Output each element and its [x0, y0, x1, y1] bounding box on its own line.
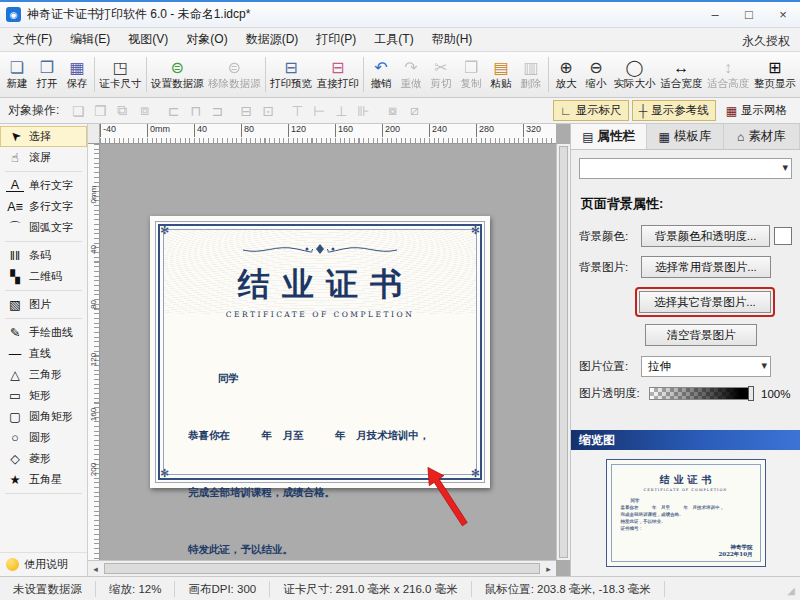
show-grid-button[interactable]: ▦ 显示网格 [719, 100, 794, 121]
scroll-left-icon[interactable]: ◂ [88, 564, 103, 574]
align-bottom-icon[interactable]: ⊥ [330, 103, 352, 119]
toolbar-button-icon: ↕ [724, 59, 732, 76]
redo-button[interactable]: ↷ 重做 [396, 52, 426, 97]
certificate-page[interactable]: ✻ ✻ ✻ ✻ 结业证书 CERTIFICATE OF COMPLE [150, 216, 490, 488]
menu-item[interactable]: 对象(O) [177, 28, 236, 51]
tool-image[interactable]: ▧ 图片 [0, 294, 87, 315]
paste-button[interactable]: ▤ 粘贴 [486, 52, 516, 97]
object-operation-icons: ❏❐⧉⧈⊏⊓⊐⊟⊡⊤⊢⊥⊪⧇⧄ [67, 98, 425, 123]
object-selector-combobox[interactable]: ▾ [579, 158, 792, 179]
tool-barcode[interactable]: ‖‖ 条码 [0, 245, 87, 266]
direct-print-button[interactable]: ⊟ 直接打印 [314, 52, 361, 97]
ungroup-icon[interactable]: ⧄ [403, 102, 425, 119]
bg-color-button[interactable]: 背景颜色和透明度... [641, 225, 770, 247]
maximize-button[interactable]: □ [732, 2, 766, 27]
minimize-button[interactable]: – [698, 2, 732, 27]
tool-multi-line-text[interactable]: A≡ 多行文字 [0, 196, 87, 217]
group-icon[interactable]: ⧇ [381, 102, 403, 119]
set-datasource-button[interactable]: ⊜ 设置数据源 [149, 52, 206, 97]
fit-height-button[interactable]: ↕ 适合高度 [705, 52, 752, 97]
bulb-icon [6, 558, 19, 571]
bg-color-swatch[interactable] [774, 227, 792, 245]
menu-item[interactable]: 数据源(D) [237, 28, 308, 51]
tool-select[interactable]: ➤ 选择 [0, 126, 87, 147]
zoom-out-button[interactable]: ⊖ 缩小 [581, 52, 611, 97]
tool-single-line-text[interactable]: A 单行文字 [0, 175, 87, 196]
fit-width-button[interactable]: ↔ 适合宽度 [658, 52, 705, 97]
scroll-right-icon[interactable]: ▸ [541, 564, 556, 574]
design-canvas[interactable]: ✻ ✻ ✻ ✻ 结业证书 CERTIFICATE OF COMPLE [100, 144, 556, 560]
common-bg-image-button[interactable]: 选择常用背景图片... [641, 256, 771, 278]
tool-freehand-curve[interactable]: ✎ 手绘曲线 [0, 322, 87, 343]
vertical-ruler: 0mm4080120160200 [88, 144, 100, 560]
certificate-thumbnail[interactable]: 结业证书 CERTIFICATE OF COMPLETION 同学 恭喜你在 年… [606, 459, 766, 567]
menu-item[interactable]: 工具(T) [365, 28, 422, 51]
tool-triangle[interactable]: △ 三角形 [0, 364, 87, 385]
image-position-select[interactable]: 拉伸 ▾ [641, 356, 771, 377]
tab-materials[interactable]: ⌂ 素材库 [724, 124, 800, 149]
undo-button[interactable]: ↶ 撤销 [366, 52, 396, 97]
zoom-in-button[interactable]: ⊕ 放大 [551, 52, 581, 97]
horizontal-scrollbar[interactable]: ◂ ▸ [88, 560, 556, 576]
bring-to-front-icon[interactable]: ❏ [67, 103, 89, 119]
delete-button[interactable]: ▥ 删除 [516, 52, 546, 97]
move-layer-down-icon[interactable]: ⧈ [133, 102, 155, 119]
ruler-label: -40 [100, 124, 147, 137]
align-middle-icon[interactable]: ⊢ [308, 103, 330, 119]
toolbar-button-label: 移除数据源 [208, 77, 261, 91]
save-button[interactable]: ▦ 保存 [62, 52, 92, 97]
toolbar-button-label: 放大 [556, 77, 577, 91]
menu-item[interactable]: 帮助(H) [423, 28, 482, 51]
tool-qrcode[interactable]: ▚ 二维码 [0, 266, 87, 287]
tool-icon: ‖‖ [6, 249, 24, 263]
align-right-icon[interactable]: ⊐ [206, 103, 228, 119]
tool-star[interactable]: ★ 五角星 [0, 469, 87, 490]
menu-item[interactable]: 编辑(E) [61, 28, 119, 51]
remove-datasource-button[interactable]: ⊜ 移除数据源 [206, 52, 263, 97]
copy-button[interactable]: ❐ 复制 [456, 52, 486, 97]
other-bg-image-button[interactable]: 选择其它背景图片... [639, 291, 771, 313]
tool-line[interactable]: — 直线 [0, 343, 87, 364]
panel-tabs: ▤ 属性栏 ▦ 模板库 ⌂ 素材库 [571, 124, 800, 150]
align-left-icon[interactable]: ⊏ [162, 103, 184, 119]
distribute-icon[interactable]: ⊪ [352, 103, 374, 119]
application-window: ◉ 神奇证卡证书打印软件 6.0 - 未命名1.idcp* – □ × 文件(F… [0, 0, 800, 600]
open-button[interactable]: ❒ 打开 [32, 52, 62, 97]
toolbar-button-icon: ⊟ [284, 59, 297, 76]
tool-pan[interactable]: ☝ 滚屏 [0, 147, 87, 168]
align-top-icon[interactable]: ⊤ [286, 103, 308, 119]
vertical-scrollbar-thumb[interactable] [559, 146, 568, 558]
align-center-icon[interactable]: ⊓ [184, 103, 206, 119]
tool-rectangle[interactable]: ▭ 矩形 [0, 385, 87, 406]
cut-button[interactable]: ✂ 剪切 [426, 52, 456, 97]
center-in-page-icon[interactable]: ⊡ [257, 103, 279, 119]
tool-circle[interactable]: ○ 圆形 [0, 427, 87, 448]
title-bar: ◉ 神奇证卡证书打印软件 6.0 - 未命名1.idcp* – □ × [0, 2, 800, 28]
tool-rounded-rectangle[interactable]: ▢ 圆角矩形 [0, 406, 87, 427]
print-preview-button[interactable]: ⊟ 打印预览 [268, 52, 315, 97]
slider-handle[interactable] [748, 386, 754, 401]
new-button[interactable]: ❏ 新建 [2, 52, 32, 97]
tool-arc-text[interactable]: ⌒ 圆弧文字 [0, 217, 87, 238]
actual-size-button[interactable]: ◯ 实际大小 [611, 52, 658, 97]
tool-diamond[interactable]: ◇ 菱形 [0, 448, 87, 469]
close-button[interactable]: × [766, 2, 800, 27]
show-ruler-button[interactable]: ∟ 显示标尺 [553, 100, 629, 121]
equal-size-icon[interactable]: ⊟ [235, 103, 257, 119]
whole-page-button[interactable]: ⊞ 整页显示 [751, 52, 798, 97]
menu-item[interactable]: 视图(V) [119, 28, 177, 51]
image-opacity-slider[interactable] [649, 387, 753, 400]
resize-grip[interactable]: ◢ [787, 585, 795, 596]
clear-bg-image-button[interactable]: 清空背景图片 [645, 324, 757, 346]
menu-item[interactable]: 文件(F) [4, 28, 61, 51]
send-to-back-icon[interactable]: ❐ [89, 103, 111, 119]
move-layer-up-icon[interactable]: ⧉ [111, 102, 133, 119]
menu-item[interactable]: 打印(P) [307, 28, 365, 51]
vertical-scrollbar[interactable] [556, 144, 570, 560]
tab-properties[interactable]: ▤ 属性栏 [571, 124, 647, 149]
show-guides-button[interactable]: ┼ 显示参考线 [632, 100, 716, 121]
card-size-button[interactable]: ◳ 证卡尺寸 [97, 52, 144, 97]
horizontal-scrollbar-thumb[interactable] [104, 563, 540, 574]
help-item[interactable]: 使用说明 [0, 552, 87, 576]
tab-templates[interactable]: ▦ 模板库 [647, 124, 723, 149]
